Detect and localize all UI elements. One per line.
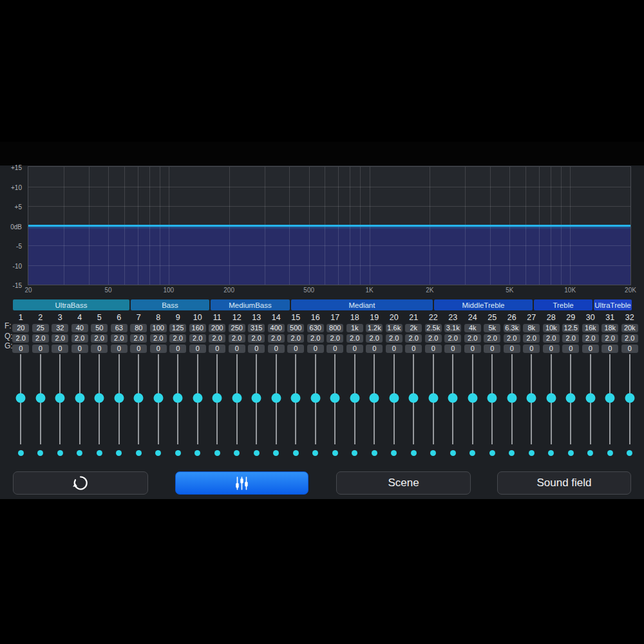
- gain-slider[interactable]: [227, 354, 247, 444]
- slider-knob[interactable]: [213, 393, 222, 402]
- slider-knob[interactable]: [527, 393, 536, 402]
- q-value-chip[interactable]: 2.0: [346, 334, 363, 343]
- slider-knob[interactable]: [232, 393, 242, 402]
- gain-slider[interactable]: [168, 354, 188, 444]
- freq-value-chip[interactable]: 315: [248, 324, 265, 332]
- q-value-chip[interactable]: 2.0: [307, 334, 324, 343]
- q-value-chip[interactable]: 2.0: [405, 334, 422, 343]
- gain-value-chip[interactable]: 0: [307, 345, 324, 353]
- freq-value-chip[interactable]: 1.6k: [386, 324, 402, 332]
- reset-button[interactable]: [13, 471, 148, 495]
- gain-slider[interactable]: [463, 354, 483, 444]
- q-value-chip[interactable]: 2.0: [327, 334, 343, 343]
- gain-value-chip[interactable]: 0: [346, 345, 363, 353]
- freq-value-chip[interactable]: 500: [287, 324, 304, 332]
- slider-knob[interactable]: [389, 393, 399, 402]
- slider-knob[interactable]: [448, 393, 458, 402]
- q-value-chip[interactable]: 2.0: [209, 334, 225, 343]
- gain-value-chip[interactable]: 0: [209, 345, 225, 353]
- gain-value-chip[interactable]: 0: [405, 345, 422, 353]
- freq-value-chip[interactable]: 100: [150, 324, 167, 332]
- q-value-chip[interactable]: 2.0: [91, 334, 108, 343]
- gain-slider[interactable]: [188, 354, 208, 444]
- q-value-chip[interactable]: 2.0: [287, 334, 304, 343]
- freq-value-chip[interactable]: 8k: [523, 324, 540, 332]
- q-value-chip[interactable]: 2.0: [582, 334, 599, 343]
- q-value-chip[interactable]: 2.0: [12, 334, 29, 343]
- slider-knob[interactable]: [134, 393, 144, 402]
- gain-slider[interactable]: [404, 354, 424, 444]
- slider-knob[interactable]: [566, 393, 576, 402]
- slider-knob[interactable]: [95, 393, 104, 402]
- q-value-chip[interactable]: 2.0: [248, 334, 265, 343]
- freq-value-chip[interactable]: 50: [91, 324, 108, 332]
- q-value-chip[interactable]: 2.0: [229, 334, 245, 343]
- gain-value-chip[interactable]: 0: [248, 345, 265, 353]
- freq-value-chip[interactable]: 25: [32, 324, 49, 332]
- freq-value-chip[interactable]: 200: [209, 324, 225, 332]
- slider-knob[interactable]: [291, 393, 301, 402]
- gain-value-chip[interactable]: 0: [268, 345, 285, 353]
- slider-knob[interactable]: [507, 393, 516, 402]
- q-value-chip[interactable]: 2.0: [504, 334, 520, 343]
- gain-slider[interactable]: [443, 354, 463, 444]
- slider-knob[interactable]: [35, 393, 45, 402]
- gain-value-chip[interactable]: 0: [52, 345, 68, 353]
- gain-slider[interactable]: [502, 354, 522, 444]
- freq-value-chip[interactable]: 630: [307, 324, 324, 332]
- freq-value-chip[interactable]: 12.5: [562, 324, 579, 332]
- gain-value-chip[interactable]: 0: [12, 345, 29, 353]
- slider-knob[interactable]: [370, 393, 379, 402]
- gain-slider[interactable]: [581, 354, 601, 444]
- freq-value-chip[interactable]: 5k: [484, 324, 500, 332]
- freq-value-chip[interactable]: 800: [327, 324, 343, 332]
- gain-slider[interactable]: [522, 354, 542, 444]
- gain-slider[interactable]: [267, 354, 287, 444]
- freq-value-chip[interactable]: 63: [111, 324, 128, 332]
- gain-slider[interactable]: [482, 354, 502, 444]
- q-value-chip[interactable]: 2.0: [71, 334, 88, 343]
- freq-value-chip[interactable]: 1.2k: [366, 324, 383, 332]
- gain-value-chip[interactable]: 0: [425, 345, 442, 353]
- freq-value-chip[interactable]: 2k: [405, 324, 422, 332]
- gain-value-chip[interactable]: 0: [523, 345, 540, 353]
- gain-slider[interactable]: [620, 354, 640, 444]
- gain-slider[interactable]: [109, 354, 129, 444]
- gain-value-chip[interactable]: 0: [71, 345, 88, 353]
- freq-value-chip[interactable]: 6.3k: [504, 324, 520, 332]
- gain-value-chip[interactable]: 0: [189, 345, 206, 353]
- q-value-chip[interactable]: 2.0: [150, 334, 167, 343]
- gain-slider[interactable]: [561, 354, 581, 444]
- freq-value-chip[interactable]: 32: [52, 324, 68, 332]
- gain-slider[interactable]: [11, 354, 31, 444]
- gain-slider[interactable]: [306, 354, 326, 444]
- freq-value-chip[interactable]: 250: [229, 324, 245, 332]
- freq-value-chip[interactable]: 1k: [346, 324, 363, 332]
- freq-value-chip[interactable]: 400: [268, 324, 285, 332]
- gain-value-chip[interactable]: 0: [543, 345, 560, 353]
- gain-slider[interactable]: [600, 354, 620, 444]
- q-value-chip[interactable]: 2.0: [386, 334, 402, 343]
- slider-knob[interactable]: [114, 393, 124, 402]
- slider-knob[interactable]: [409, 393, 419, 402]
- gain-value-chip[interactable]: 0: [621, 345, 638, 353]
- slider-knob[interactable]: [468, 393, 477, 402]
- slider-knob[interactable]: [350, 393, 359, 402]
- slider-knob[interactable]: [153, 393, 163, 402]
- gain-slider[interactable]: [70, 354, 90, 444]
- gain-value-chip[interactable]: 0: [287, 345, 304, 353]
- q-value-chip[interactable]: 2.0: [444, 334, 461, 343]
- slider-knob[interactable]: [16, 393, 26, 402]
- freq-value-chip[interactable]: 4k: [464, 324, 481, 332]
- freq-value-chip[interactable]: 3.1k: [444, 324, 461, 332]
- freq-value-chip[interactable]: 125: [169, 324, 186, 332]
- q-value-chip[interactable]: 2.0: [484, 334, 500, 343]
- q-value-chip[interactable]: 2.0: [621, 334, 638, 343]
- gain-value-chip[interactable]: 0: [32, 345, 49, 353]
- q-value-chip[interactable]: 2.0: [523, 334, 540, 343]
- gain-value-chip[interactable]: 0: [386, 345, 402, 353]
- q-value-chip[interactable]: 2.0: [425, 334, 442, 343]
- slider-knob[interactable]: [271, 393, 281, 402]
- gain-slider[interactable]: [365, 354, 384, 444]
- gain-value-chip[interactable]: 0: [582, 345, 599, 353]
